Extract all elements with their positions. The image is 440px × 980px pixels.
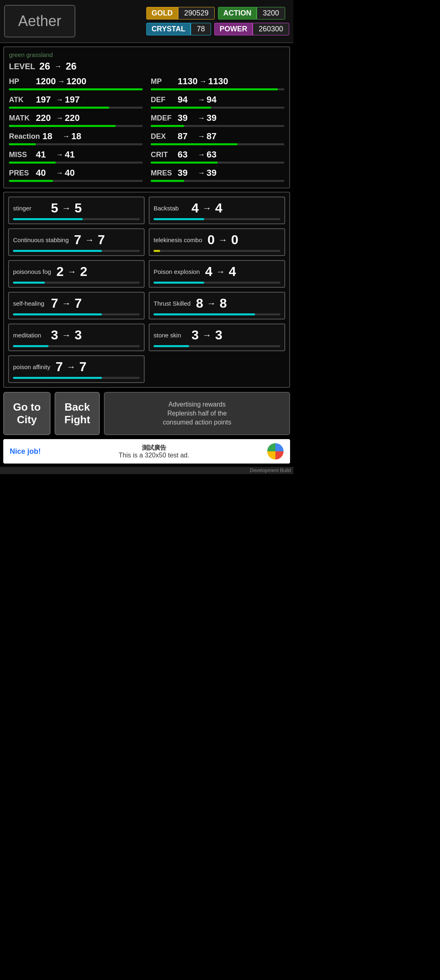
stat-values: 87 → 87 xyxy=(178,131,284,142)
skill-bar-bg xyxy=(154,313,280,315)
ad-reward-button[interactable]: Advertising rewardsReplenish half of the… xyxy=(104,392,290,435)
skill-values: 0 → 0 xyxy=(205,232,240,247)
skill-bar xyxy=(154,282,204,284)
skill-item-Backstab[interactable]: Backstab 4 → 4 xyxy=(149,197,285,224)
stat-label: HP xyxy=(9,77,33,86)
skill-header: Thrust Skilled 8 → 8 xyxy=(154,296,280,311)
stat-values: 41 → 41 xyxy=(36,149,143,160)
stats-panel: green grassland LEVEL 26 → 26 HP 1200 → … xyxy=(3,46,290,188)
skill-bar-bg xyxy=(13,377,140,379)
ad-main-text: This is a 320x50 test ad. xyxy=(119,452,189,459)
skill-header: Poison explosion 4 → 4 xyxy=(154,264,280,279)
skill-bar xyxy=(13,282,45,284)
stat-bar xyxy=(151,107,211,109)
skills-grid: stinger 5 → 5 Backstab 4 → 4 Continuous … xyxy=(8,197,285,383)
skill-item-Thrust-Skilled[interactable]: Thrust Skilled 8 → 8 xyxy=(149,292,285,319)
skill-item-poisonous-fog[interactable]: poisonous fog 2 → 2 xyxy=(8,260,145,288)
skill-values: 3 → 3 xyxy=(49,328,84,343)
skill-header: meditation 3 → 3 xyxy=(13,328,140,343)
skill-values: 3 → 3 xyxy=(189,328,224,343)
stat-bar xyxy=(9,125,116,127)
stat-label: CRIT xyxy=(151,151,175,159)
stat-bar xyxy=(151,180,184,182)
skill-bar xyxy=(154,250,160,252)
ad-center: 測試廣告 This is a 320x50 test ad. xyxy=(119,444,189,459)
stat-bar-bg xyxy=(151,107,284,109)
stat-row: MP 1130 → 1130 xyxy=(151,75,284,88)
skill-values: 5 → 5 xyxy=(49,201,84,216)
skill-item-Continuous-stabbing[interactable]: Continuous stabbing 7 → 7 xyxy=(8,228,145,256)
skill-bar-bg xyxy=(154,345,280,347)
skill-values: 7 → 7 xyxy=(49,296,84,311)
stat-row-right-5: MRES 39 → 39 xyxy=(151,167,284,184)
stat-bar-bg xyxy=(9,143,143,145)
skill-header: Backstab 4 → 4 xyxy=(154,201,280,216)
stat-bar-bg xyxy=(151,88,284,90)
stat-row-left-4: MISS 41 → 41 xyxy=(9,149,143,165)
skill-values: 7 → 7 xyxy=(72,232,107,247)
skill-bar xyxy=(13,250,102,252)
stat-row-left-0: HP 1200 → 1200 xyxy=(9,75,143,92)
stat-bar xyxy=(151,88,278,90)
stat-values: 63 → 63 xyxy=(178,149,284,160)
skill-name: Poison explosion xyxy=(154,268,200,276)
stat-bar xyxy=(151,162,218,164)
stat-row-right-3: DEX 87 → 87 xyxy=(151,130,284,147)
stat-bar xyxy=(151,143,238,145)
skill-item-self-healing[interactable]: self-healing 7 → 7 xyxy=(8,292,145,319)
bottom-resource-row: CRYSTAL 78 POWER 260300 xyxy=(146,23,289,35)
go-to-city-button[interactable]: Go to City xyxy=(3,392,51,435)
header: Aether GOLD 290529 ACTION 3200 CRYSTAL 7… xyxy=(0,0,293,43)
skill-item-poison-affinity[interactable]: poison affinity 7 → 7 xyxy=(8,355,145,383)
stat-label: MDEF xyxy=(151,114,175,122)
crystal-resource: CRYSTAL 78 xyxy=(146,23,211,35)
stat-bar xyxy=(9,180,53,182)
stat-bar xyxy=(9,162,56,164)
skill-values: 2 → 2 xyxy=(54,264,89,279)
skill-name: Continuous stabbing xyxy=(13,236,69,244)
crystal-value: 78 xyxy=(191,23,211,35)
stat-label: PRES xyxy=(9,169,33,177)
skill-name: self-healing xyxy=(13,300,46,307)
stat-bar-bg xyxy=(9,162,143,164)
stat-bar-bg xyxy=(151,180,284,182)
back-fight-button[interactable]: Back Fight xyxy=(55,392,100,435)
skill-bar xyxy=(13,377,102,379)
stat-row: CRIT 63 → 63 xyxy=(151,149,284,161)
gold-value: 290529 xyxy=(178,7,215,20)
skill-bar xyxy=(154,218,204,220)
stat-values: 220 → 220 xyxy=(36,113,143,123)
stat-values: 1200 → 1200 xyxy=(36,76,143,87)
stat-bar xyxy=(151,125,184,127)
skill-bar xyxy=(154,345,189,347)
skill-bar xyxy=(13,345,48,347)
ad-google-icon xyxy=(267,443,284,459)
skill-bar-bg xyxy=(154,282,280,284)
location-text: green grassland xyxy=(9,51,284,58)
skill-name: meditation xyxy=(13,332,46,339)
level-arrow: → xyxy=(54,62,62,71)
stat-values: 197 → 197 xyxy=(36,94,143,105)
action-label: ACTION xyxy=(218,7,257,20)
skill-item-telekinesis-combo[interactable]: telekinesis combo 0 → 0 xyxy=(149,228,285,256)
ad-test-label: 測試廣告 xyxy=(119,444,189,452)
skill-item-stone-skin[interactable]: stone skin 3 → 3 xyxy=(149,324,285,351)
level-from: 26 xyxy=(39,61,50,72)
stat-label: DEX xyxy=(151,132,175,141)
ad-banner: Nice job! 測試廣告 This is a 320x50 test ad. xyxy=(3,439,290,464)
bottom-buttons: Go to City Back Fight Advertising reward… xyxy=(3,392,290,435)
stat-row-right-2: MDEF 39 → 39 xyxy=(151,112,284,129)
skill-bar-bg xyxy=(13,345,140,347)
stat-values: 40 → 40 xyxy=(36,168,143,178)
skill-item-meditation[interactable]: meditation 3 → 3 xyxy=(8,324,145,351)
skill-item-stinger[interactable]: stinger 5 → 5 xyxy=(8,197,145,224)
stat-label: DEF xyxy=(151,96,175,104)
skill-bar xyxy=(13,218,83,220)
stat-values: 39 → 39 xyxy=(178,168,284,178)
skill-name: stone skin xyxy=(154,332,186,339)
level-label: LEVEL xyxy=(9,62,35,71)
skill-item-Poison-explosion[interactable]: Poison explosion 4 → 4 xyxy=(149,260,285,288)
skill-bar-bg xyxy=(13,218,140,220)
top-resource-row: GOLD 290529 ACTION 3200 xyxy=(146,7,289,20)
stat-bar-bg xyxy=(9,125,143,127)
